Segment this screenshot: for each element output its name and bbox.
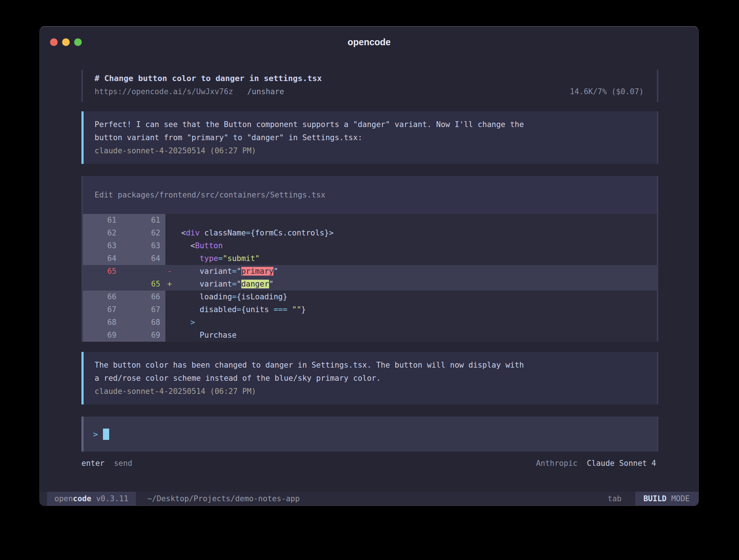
diff-row: 6262 <div className={formCs.controls}> (81, 227, 658, 239)
diff-line-number-new: 68 (120, 316, 165, 329)
diff-code-line: <Button (165, 239, 658, 252)
message-text: Perfect! I can see that the Button compo… (95, 118, 644, 144)
titlebar: opencode (40, 27, 698, 70)
text-cursor (103, 429, 109, 440)
diff-line-number-old (81, 278, 120, 291)
diff-marker (167, 239, 172, 252)
diff-line-number-old: 65 (81, 265, 120, 278)
enter-key-hint: enter (81, 459, 104, 468)
message-border-right (657, 352, 658, 404)
diff-row: 6868 > (81, 316, 658, 329)
opencode-window: opencode # Change button color to danger… (39, 26, 699, 506)
tool-call-block: Edit packages/frontend/src/containers/Se… (81, 176, 658, 342)
diff-line-number-old: 67 (81, 303, 120, 316)
send-action-label: send (114, 459, 133, 468)
diff-row: 6363 <Button (81, 239, 658, 252)
session-header-border (81, 70, 83, 102)
diff-marker (167, 227, 172, 239)
session-title: # Change button color to danger in setti… (95, 72, 644, 85)
input-border-right (657, 417, 658, 452)
unshare-command: /unshare (247, 87, 284, 96)
diff-line-number-new: 66 (120, 291, 165, 303)
status-bar: opencode v0.3.11 ~/Desktop/Projects/demo… (40, 492, 698, 506)
diff-code-line (165, 214, 658, 227)
diff-marker (167, 214, 172, 227)
model-info: Anthropic Claude Sonnet 4 (536, 459, 656, 468)
message-text: The button color has been changed to dan… (95, 358, 644, 385)
diff-row: 6161 (81, 214, 658, 227)
message-meta: claude-sonnet-4-20250514 (06:27 PM) (95, 144, 644, 157)
diff-row: 6969 Purchase (81, 329, 658, 342)
diff-line-number-new: 62 (120, 227, 165, 239)
app-name-bold: code (73, 494, 92, 503)
tab-key-hint: tab (608, 494, 621, 503)
diff-row: 65+ variant="danger" (81, 278, 658, 291)
diff-line-number-old: 62 (81, 227, 120, 239)
diff-line-number-new: 63 (120, 239, 165, 252)
diff-row: 65- variant="primary" (81, 265, 658, 278)
tool-border-right (657, 176, 658, 342)
edit-action-label: Edit (95, 191, 113, 199)
diff-marker (167, 252, 172, 265)
provider-name: Anthropic (536, 459, 578, 468)
diff-line-number-new: 69 (120, 329, 165, 342)
edit-file-path: packages/frontend/src/containers/Setting… (118, 191, 325, 199)
app-version: v0.3.11 (96, 494, 129, 503)
diff-marker (167, 291, 172, 303)
diff-code-line: loading={isLoading} (165, 291, 658, 303)
diff-line-number-old: 66 (81, 291, 120, 303)
tool-border-left (81, 176, 83, 342)
diff-row: 6464 type="submit" (81, 252, 658, 265)
diff-code-line: - variant="primary" (165, 265, 658, 278)
prompt-icon: > (93, 430, 98, 439)
diff-marker (167, 316, 172, 329)
window-title: opencode (40, 37, 698, 47)
diff-code-line: > (165, 316, 658, 329)
session-header-border-right (657, 70, 658, 102)
assistant-message-1: Perfect! I can see that the Button compo… (81, 111, 658, 164)
diff-line-number-new (120, 265, 165, 278)
tool-call-title: Edit packages/frontend/src/containers/Se… (81, 176, 658, 214)
model-name: Claude Sonnet 4 (587, 459, 656, 468)
diff-marker (167, 329, 172, 342)
conversation-view: # Change button color to danger in setti… (81, 70, 658, 471)
diff-code-line: type="submit" (165, 252, 658, 265)
diff-line-number-old: 69 (81, 329, 120, 342)
diff-table: 6161 6262 <div className={formCs.control… (81, 214, 658, 342)
message-meta: claude-sonnet-4-20250514 (06:27 PM) (95, 385, 644, 398)
mode-badge[interactable]: BUILD MODE (635, 492, 698, 506)
mode-label: BUILD (643, 494, 666, 503)
working-directory: ~/Desktop/Projects/demo-notes-app (148, 494, 300, 503)
diff-line-number-old: 63 (81, 239, 120, 252)
diff-line-number-old: 61 (81, 214, 120, 227)
session-header: # Change button color to danger in setti… (81, 70, 658, 102)
diff-code-line: <div className={formCs.controls}> (165, 227, 658, 239)
context-usage: 14.6K/7% ($0.07) (570, 85, 644, 98)
app-name: open (54, 494, 73, 503)
share-url-link[interactable]: https://opencode.ai/s/UwJxv76z (95, 87, 233, 96)
mode-suffix: MODE (671, 494, 690, 503)
diff-row: 6767 disabled={units === ""} (81, 303, 658, 316)
assistant-message-2: The button color has been changed to dan… (81, 352, 658, 404)
diff-code-line: + variant="danger" (165, 278, 658, 291)
diff-line-number-new: 61 (120, 214, 165, 227)
diff-line-number-new: 67 (120, 303, 165, 316)
diff-code-line: Purchase (165, 329, 658, 342)
hints-row: enter send Anthropic Claude Sonnet 4 (81, 459, 658, 471)
command-input[interactable]: > (81, 417, 658, 452)
diff-line-number-old: 64 (81, 252, 120, 265)
diff-line-number-old: 68 (81, 316, 120, 329)
diff-marker (167, 303, 172, 316)
diff-row: 6666 loading={isLoading} (81, 291, 658, 303)
diff-marker: - (167, 265, 172, 278)
message-border-right (657, 111, 658, 164)
diff-line-number-new: 64 (120, 252, 165, 265)
app-brand: opencode v0.3.11 (47, 492, 136, 506)
diff-code-line: disabled={units === ""} (165, 303, 658, 316)
diff-marker: + (167, 278, 172, 291)
diff-line-number-new: 65 (120, 278, 165, 291)
